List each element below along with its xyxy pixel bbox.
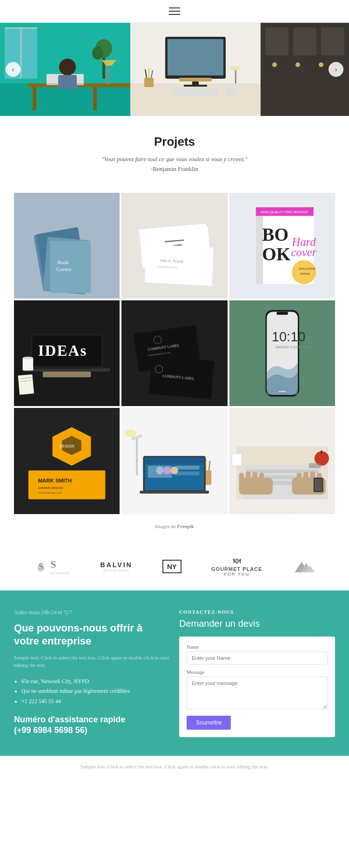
grid-item-book-hardcover[interactable]: HIGH QUALITY PRO MOCKUP BO OK Hard cover… — [229, 193, 335, 298]
contact-list-item-1: 65e rue, Network City, NYPD — [21, 677, 170, 687]
grid-item-books-blue[interactable]: Book Covers Book Covers Book Covers — [14, 193, 120, 298]
hamburger-menu-button[interactable] — [169, 7, 180, 15]
svg-text:EXCLUSIVE: EXCLUSIVE — [299, 267, 315, 270]
ny-logo-text: NY — [162, 560, 181, 573]
svg-point-36 — [272, 62, 277, 67]
svg-rect-141 — [321, 450, 322, 454]
balvin-logo-name: BALVIN — [101, 561, 133, 569]
svg-rect-107 — [136, 437, 138, 475]
svg-rect-137 — [303, 472, 308, 484]
quote-author: -Benjamin Franklin — [151, 165, 198, 172]
contact-form-box: Name Message Soumettre — [179, 637, 335, 737]
header — [0, 0, 349, 23]
svg-rect-4 — [20, 27, 21, 79]
gourmet-logo-name: GOURMET PLACE — [211, 566, 262, 572]
svg-rect-76 — [43, 372, 91, 377]
grid-item-dark-cards[interactable]: COMPANY LABEL companyname.com COMPANY LA… — [121, 300, 227, 406]
contact-number-title: Numéro d'assistance rapide (+99 6984 569… — [14, 714, 170, 736]
svg-rect-119 — [175, 472, 200, 475]
logo-balvin: BALVIN RESTAURANT — [101, 561, 133, 572]
svg-rect-79 — [18, 374, 34, 395]
svg-point-78 — [23, 357, 34, 359]
svg-rect-132 — [246, 472, 250, 484]
logo-sunset: S S SUNRISE — [34, 558, 70, 575]
svg-rect-10 — [93, 87, 97, 110]
svg-rect-102 — [28, 471, 105, 500]
svg-rect-25 — [179, 78, 212, 81]
svg-text:S: S — [39, 562, 43, 571]
menu-line-3 — [169, 14, 180, 15]
slider-next-button[interactable]: › — [329, 62, 343, 77]
projects-grid: Book Covers Book Covers Book Covers — [14, 193, 335, 514]
svg-text:IDEAs: IDEAs — [38, 342, 87, 359]
svg-rect-96 — [276, 312, 288, 315]
svg-point-122 — [163, 467, 171, 475]
contact-list-item-2: Qui ne semblent même pas légèrement créd… — [21, 686, 170, 697]
svg-text:DESIGN: DESIGN — [60, 444, 74, 448]
projects-section: Projets "Vous pouvez faire tout ce que v… — [0, 116, 349, 183]
grid-item-design-cards[interactable]: DESIGN MARK SMITH Creative Director mark… — [14, 408, 120, 514]
svg-rect-33 — [265, 27, 289, 55]
gourmet-logo-sub: FOR YOU — [211, 572, 262, 576]
hero-slider: ‹ › — [0, 23, 349, 116]
svg-rect-26 — [144, 78, 154, 87]
svg-text:Book: Book — [57, 259, 69, 265]
svg-point-121 — [156, 467, 164, 475]
projects-quote: "Vous pouvez faire tout ce que vous voul… — [14, 155, 335, 174]
sunset-logo-sub: SUNRISE — [50, 571, 70, 575]
name-input[interactable] — [187, 651, 328, 665]
svg-rect-97 — [278, 391, 286, 392]
submit-button[interactable]: Soumettre — [187, 716, 231, 730]
svg-rect-145 — [232, 454, 242, 466]
contact-help-text: Aidez-nous 24h/24 et 7j/7 — [14, 609, 170, 616]
grid-item-phone[interactable]: 10:10 MAKING IT EVERYDAY — [229, 300, 335, 406]
footer: Sample text. Click to select the text bo… — [0, 756, 349, 777]
grid-item-cards-white[interactable]: John A. Powell john@email.com — [121, 193, 227, 298]
svg-point-31 — [230, 66, 241, 71]
svg-text:10:10: 10:10 — [272, 329, 305, 344]
svg-rect-133 — [252, 472, 257, 484]
svg-rect-15 — [107, 65, 109, 84]
svg-rect-77 — [23, 358, 34, 371]
svg-point-13 — [59, 59, 76, 75]
svg-rect-14 — [58, 75, 77, 89]
svg-rect-20 — [168, 39, 223, 75]
logo-ny: NY — [162, 560, 181, 573]
svg-rect-131 — [239, 473, 243, 485]
svg-point-123 — [171, 467, 179, 475]
svg-rect-9 — [33, 87, 36, 110]
svg-point-38 — [319, 62, 323, 67]
logo-gourmet: 🍽 GOURMET PLACE FOR YOU — [211, 557, 262, 576]
logos-section: S S SUNRISE BALVIN RESTAURANT NY 🍽 GOURM… — [0, 543, 349, 590]
quote-text: "Vous pouvez faire tout ce que vous voul… — [101, 156, 248, 163]
svg-rect-136 — [296, 473, 301, 484]
message-label: Message — [187, 669, 328, 675]
grid-item-ideas-laptop[interactable]: IDEAs — [14, 300, 120, 406]
svg-text:MARK SMITH: MARK SMITH — [38, 478, 72, 483]
projects-title: Projets — [14, 135, 335, 149]
contact-us-label: Contactez-nous — [179, 609, 335, 615]
logo-mountain — [292, 558, 315, 575]
svg-point-7 — [92, 47, 103, 60]
menu-line-1 — [169, 7, 180, 8]
contact-info: Aidez-nous 24h/24 et 7j/7 Que pouvons-no… — [14, 609, 170, 737]
contact-main-title: Que pouvons-nous offrir à votre entrepri… — [14, 622, 170, 648]
slide-clean — [130, 23, 261, 116]
svg-rect-56 — [145, 244, 214, 286]
svg-rect-120 — [140, 491, 209, 494]
svg-rect-34 — [293, 27, 316, 55]
footer-text: Sample text. Click to select the text bo… — [14, 764, 335, 769]
svg-text:OFFER: OFFER — [300, 271, 310, 275]
svg-rect-142 — [309, 463, 321, 468]
name-label: Name — [187, 644, 328, 650]
slider-prev-button[interactable]: ‹ — [6, 62, 20, 77]
freepik-link[interactable]: Freepik — [177, 523, 194, 529]
message-textarea[interactable] — [187, 677, 328, 709]
svg-rect-116 — [146, 459, 203, 464]
svg-text:Creative Director: Creative Director — [38, 486, 64, 490]
contact-form-title: Demander un devis — [179, 618, 335, 629]
svg-rect-30 — [235, 69, 236, 83]
grid-item-hands-laptop[interactable] — [229, 408, 335, 514]
svg-rect-23 — [172, 88, 219, 95]
grid-item-laptop-site[interactable] — [121, 408, 227, 514]
